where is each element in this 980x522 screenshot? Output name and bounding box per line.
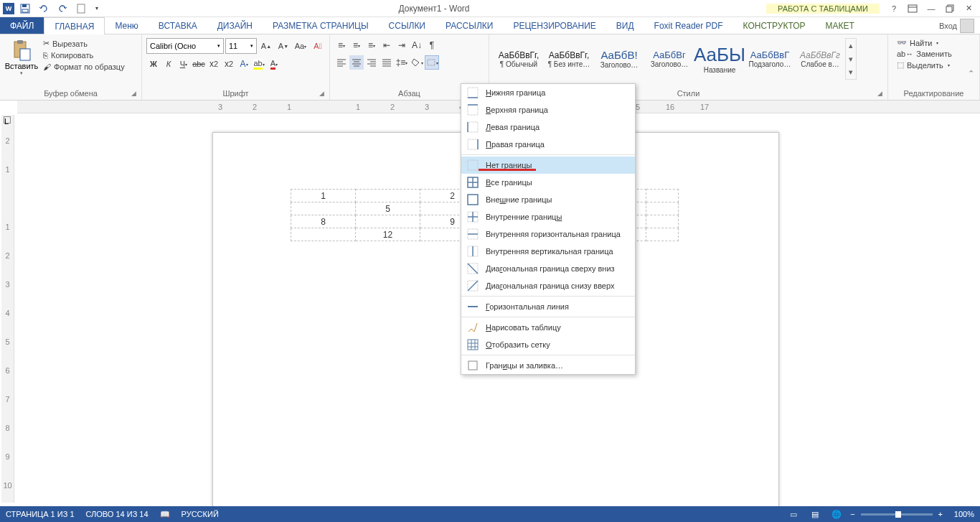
tab-mailings[interactable]: РАССЫЛКИ bbox=[435, 17, 503, 34]
border-menu-item-12[interactable]: Горизонтальная линия bbox=[461, 298, 635, 315]
table-cell[interactable]: 12 bbox=[356, 228, 420, 241]
paste-button[interactable]: Вставить ▾ bbox=[4, 36, 39, 76]
numbering-button[interactable]: ≡▾ bbox=[349, 38, 364, 52]
style-subtle[interactable]: АаБбВвГгСлабое в… bbox=[795, 38, 845, 80]
bullets-button[interactable]: ≡▾ bbox=[334, 38, 349, 52]
border-menu-item-15[interactable]: Границы и заливка… bbox=[461, 357, 635, 374]
font-color-button[interactable]: A▾ bbox=[267, 57, 281, 71]
zoom-out-button[interactable]: − bbox=[850, 510, 854, 518]
line-spacing-button[interactable]: ‡≡▾ bbox=[395, 55, 409, 70]
tab-review[interactable]: РЕЦЕНЗИРОВАНИЕ bbox=[503, 17, 606, 34]
show-marks-button[interactable]: ¶ bbox=[425, 38, 439, 52]
border-menu-item-4[interactable]: Нет границы bbox=[461, 157, 635, 174]
tab-selector[interactable]: L bbox=[4, 116, 11, 123]
tab-table-design[interactable]: КОНСТРУКТОР bbox=[733, 17, 816, 34]
table-cell[interactable] bbox=[646, 190, 679, 202]
border-menu-item-3[interactable]: Правая граница bbox=[461, 136, 635, 153]
font-dialog-launcher[interactable]: ◢ bbox=[319, 90, 328, 98]
close-button[interactable]: ✕ bbox=[960, 1, 977, 16]
clipboard-dialog-launcher[interactable]: ◢ bbox=[131, 90, 140, 98]
zoom-level[interactable]: 100% bbox=[948, 510, 974, 518]
table-cell[interactable]: 1 bbox=[291, 190, 356, 202]
qat-undo[interactable] bbox=[36, 1, 52, 16]
style-heading1[interactable]: АаБбВ!Заголово… bbox=[594, 38, 644, 80]
user-avatar-placeholder[interactable] bbox=[960, 19, 974, 33]
align-center-button[interactable] bbox=[349, 55, 364, 70]
format-painter-button[interactable]: 🖌Формат по образцу bbox=[40, 62, 128, 72]
view-print-layout[interactable]: ▤ bbox=[807, 508, 823, 521]
table-cell[interactable] bbox=[646, 215, 679, 228]
table-cell[interactable] bbox=[356, 215, 420, 228]
border-menu-item-13[interactable]: Нарисовать таблицу bbox=[461, 319, 635, 336]
multilevel-list-button[interactable]: ≡▾ bbox=[364, 38, 379, 52]
border-menu-item-10[interactable]: Диагональная граница сверху вниз bbox=[461, 260, 635, 277]
tab-insert[interactable]: ВСТАВКА bbox=[149, 17, 207, 34]
border-menu-item-0[interactable]: Нижняя граница bbox=[461, 84, 635, 101]
cut-button[interactable]: ✂Вырезать bbox=[40, 38, 128, 49]
subscript-button[interactable]: x2 bbox=[207, 57, 221, 71]
border-menu-item-8[interactable]: Внутренняя горизонтальная граница bbox=[461, 225, 635, 243]
style-subtitle[interactable]: АаБбВвГПодзаголо… bbox=[745, 38, 795, 80]
tab-table-layout[interactable]: МАКЕТ bbox=[816, 17, 864, 34]
table-cell[interactable] bbox=[356, 190, 420, 202]
grow-font-button[interactable]: A▲ bbox=[258, 38, 274, 54]
tab-page-layout[interactable]: РАЗМЕТКА СТРАНИЦЫ bbox=[263, 17, 379, 34]
find-button[interactable]: 👓Найти▾ bbox=[894, 37, 955, 48]
align-left-button[interactable] bbox=[334, 55, 349, 70]
border-menu-item-9[interactable]: Внутренняя вертикальная граница bbox=[461, 243, 635, 260]
shading-button[interactable]: ▾ bbox=[410, 55, 424, 70]
tab-design[interactable]: ДИЗАЙН bbox=[207, 17, 263, 34]
highlight-button[interactable]: ab▾ bbox=[252, 57, 266, 71]
shrink-font-button[interactable]: A▼ bbox=[275, 38, 291, 54]
border-menu-item-6[interactable]: Внешние границы bbox=[461, 191, 635, 208]
justify-button[interactable] bbox=[380, 55, 394, 70]
border-menu-item-1[interactable]: Верхняя граница bbox=[461, 101, 635, 118]
table-cell[interactable] bbox=[646, 202, 679, 215]
style-heading2[interactable]: АаБбВгЗаголово… bbox=[644, 38, 694, 80]
style-title[interactable]: АаБЫНазвание bbox=[694, 38, 745, 80]
view-web-layout[interactable]: 🌐 bbox=[829, 508, 844, 521]
tab-foxit[interactable]: Foxit Reader PDF bbox=[644, 17, 733, 34]
restore-button[interactable] bbox=[941, 1, 958, 16]
border-menu-item-7[interactable]: Внутренние границы bbox=[461, 208, 635, 225]
border-menu-item-5[interactable]: Все границы bbox=[461, 174, 635, 191]
border-menu-item-11[interactable]: Диагональная граница снизу вверх bbox=[461, 277, 635, 294]
status-spell-icon[interactable]: 📖 bbox=[160, 510, 170, 519]
select-button[interactable]: ⬚Выделить▾ bbox=[894, 60, 955, 70]
copy-button[interactable]: ⎘Копировать bbox=[40, 50, 128, 60]
table-cell[interactable] bbox=[291, 228, 356, 241]
qat-new[interactable] bbox=[73, 1, 89, 16]
italic-button[interactable]: К bbox=[161, 57, 176, 71]
help-button[interactable]: ? bbox=[885, 1, 903, 16]
sort-button[interactable]: A↓ bbox=[410, 38, 424, 52]
zoom-slider[interactable] bbox=[861, 513, 933, 516]
table-cell[interactable]: 5 bbox=[356, 202, 420, 215]
tab-view[interactable]: ВИД bbox=[606, 17, 644, 34]
ribbon-display-options[interactable] bbox=[904, 1, 921, 16]
table-cell[interactable] bbox=[291, 202, 356, 215]
bold-button[interactable]: Ж bbox=[146, 57, 161, 71]
status-language[interactable]: РУССКИЙ bbox=[182, 510, 219, 518]
change-case-button[interactable]: Aa▾ bbox=[293, 38, 308, 54]
qat-save[interactable] bbox=[17, 1, 33, 16]
text-effects-button[interactable]: A▾ bbox=[237, 57, 251, 71]
collapse-ribbon-button[interactable]: ⌃ bbox=[964, 67, 977, 80]
status-word-count[interactable]: СЛОВО 14 ИЗ 14 bbox=[86, 510, 149, 518]
increase-indent-button[interactable]: ⇥ bbox=[395, 38, 409, 52]
replace-button[interactable]: ab↔Заменить bbox=[894, 49, 955, 59]
styles-gallery-scroll[interactable]: ▴▾▾ bbox=[845, 38, 857, 80]
font-name-combo[interactable]: Calibri (Осно▾ bbox=[146, 38, 224, 54]
styles-dialog-launcher[interactable]: ◢ bbox=[877, 90, 886, 98]
borders-button[interactable]: ▾ bbox=[425, 55, 439, 70]
superscript-button[interactable]: x2 bbox=[222, 57, 236, 71]
tab-menu[interactable]: Меню bbox=[105, 17, 148, 34]
font-size-combo[interactable]: 11▾ bbox=[225, 38, 257, 54]
tab-references[interactable]: ССЫЛКИ bbox=[379, 17, 435, 34]
tab-home[interactable]: ГЛАВНАЯ bbox=[44, 17, 105, 34]
strikethrough-button[interactable]: abc bbox=[192, 57, 206, 71]
tab-file[interactable]: ФАЙЛ bbox=[0, 17, 44, 34]
clear-formatting-button[interactable]: A⃠ bbox=[310, 38, 326, 54]
style-normal[interactable]: АаБбВвГг,¶ Обычный bbox=[494, 38, 544, 80]
underline-button[interactable]: Ч▾ bbox=[176, 57, 191, 71]
status-page[interactable]: СТРАНИЦА 1 ИЗ 1 bbox=[6, 510, 75, 518]
